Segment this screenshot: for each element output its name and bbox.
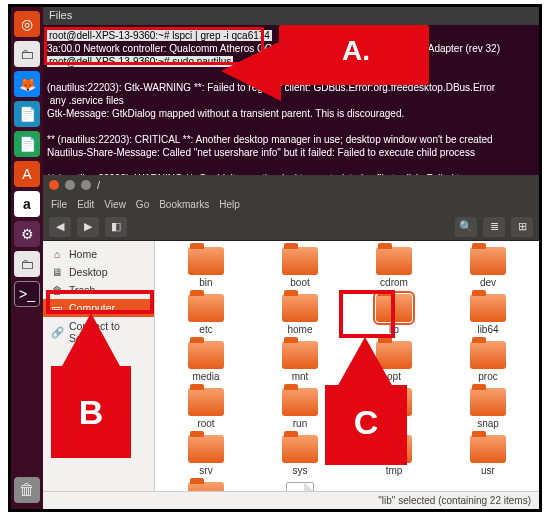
file-item-srv[interactable]: srv bbox=[161, 435, 251, 476]
callout-arrow-c: C bbox=[311, 337, 421, 477]
menubar-title: Files bbox=[49, 9, 72, 21]
file-label: etc bbox=[199, 324, 212, 335]
file-item-proc[interactable]: proc bbox=[443, 341, 533, 382]
menu-help[interactable]: Help bbox=[219, 199, 240, 210]
folder-icon bbox=[470, 388, 506, 416]
path-button[interactable]: ◧ bbox=[105, 217, 127, 237]
nautilus-toolbar: ◀ ▶ ◧ 🔍 ≣ ⊞ bbox=[43, 213, 539, 241]
document-icon[interactable]: 📄 bbox=[14, 101, 40, 127]
folder-icon bbox=[188, 294, 224, 322]
terminal-line: Nautilus-Share-Message: Called "net user… bbox=[47, 146, 535, 159]
software-icon[interactable]: A bbox=[14, 161, 40, 187]
file-item-media[interactable]: media bbox=[161, 341, 251, 382]
file-item-home[interactable]: home bbox=[255, 294, 345, 335]
view-grid-button[interactable]: ⊞ bbox=[511, 217, 533, 237]
file-label: bin bbox=[199, 277, 212, 288]
unity-launcher: ◎🗀🦊📄📄Aa⚙🗀>_🗑 bbox=[11, 7, 43, 509]
nautilus-statusbar: "lib" selected (containing 22 items) bbox=[43, 491, 539, 509]
view-list-button[interactable]: ≣ bbox=[483, 217, 505, 237]
ubuntu-dash-icon[interactable]: ◎ bbox=[14, 11, 40, 37]
callout-label-b: B bbox=[51, 393, 131, 432]
callout-arrow-b: B bbox=[41, 313, 141, 473]
terminal-line: ** (nautilus:22203): CRITICAL **: Anothe… bbox=[47, 133, 535, 146]
file-item-usr[interactable]: usr bbox=[443, 435, 533, 476]
search-button[interactable]: 🔍 bbox=[455, 217, 477, 237]
amazon-icon[interactable]: a bbox=[14, 191, 40, 217]
maximize-icon[interactable] bbox=[81, 180, 91, 190]
terminal-line: any .service files bbox=[47, 94, 535, 107]
callout-box-b bbox=[46, 290, 154, 314]
callout-box-c bbox=[339, 290, 395, 338]
file-label: usr bbox=[481, 465, 495, 476]
terminal-line bbox=[47, 159, 535, 172]
folder-icon bbox=[470, 435, 506, 463]
back-button[interactable]: ◀ bbox=[49, 217, 71, 237]
files-icon[interactable]: 🗀 bbox=[14, 41, 40, 67]
file-label: media bbox=[192, 371, 219, 382]
sidebar-item-desktop[interactable]: 🖥Desktop bbox=[43, 263, 154, 281]
terminal-line bbox=[47, 120, 535, 133]
file-label: run bbox=[293, 418, 307, 429]
file-label: mnt bbox=[292, 371, 309, 382]
file-label: cdrom bbox=[380, 277, 408, 288]
file-item-root[interactable]: root bbox=[161, 388, 251, 429]
folder-icon bbox=[470, 247, 506, 275]
sidebar-label: Home bbox=[69, 248, 97, 260]
terminal-line: Gtk-Message: GtkDialog mapped without a … bbox=[47, 107, 535, 120]
file-item-dev[interactable]: dev bbox=[443, 247, 533, 288]
trash-icon[interactable]: 🗑 bbox=[14, 477, 40, 503]
status-text: "lib" selected (containing 22 items) bbox=[378, 495, 531, 506]
folder-icon bbox=[282, 247, 318, 275]
file-item-etc[interactable]: etc bbox=[161, 294, 251, 335]
sidebar-icon: 🖥 bbox=[51, 266, 63, 278]
menu-view[interactable]: View bbox=[104, 199, 126, 210]
menu-go[interactable]: Go bbox=[136, 199, 149, 210]
folder-icon bbox=[376, 247, 412, 275]
file-label: home bbox=[287, 324, 312, 335]
file-item-snap[interactable]: snap bbox=[443, 388, 533, 429]
nautilus-menubar: FileEditViewGoBookmarksHelp bbox=[43, 195, 539, 213]
file-label: boot bbox=[290, 277, 309, 288]
minimize-icon[interactable] bbox=[65, 180, 75, 190]
files2-icon[interactable]: 🗀 bbox=[14, 251, 40, 277]
folder-icon bbox=[188, 247, 224, 275]
folder-icon bbox=[470, 341, 506, 369]
sidebar-item-home[interactable]: ⌂Home bbox=[43, 245, 154, 263]
settings-icon[interactable]: ⚙ bbox=[14, 221, 40, 247]
nautilus-title-path: / bbox=[97, 179, 100, 191]
menu-bookmarks[interactable]: Bookmarks bbox=[159, 199, 209, 210]
file-item-initrd.img[interactable]: initrd.img bbox=[255, 482, 345, 491]
file-label: dev bbox=[480, 277, 496, 288]
close-icon[interactable] bbox=[49, 180, 59, 190]
file-item-cdrom[interactable]: cdrom bbox=[349, 247, 439, 288]
file-item-var[interactable]: var bbox=[161, 482, 251, 491]
sidebar-icon: ⌂ bbox=[51, 248, 63, 260]
sidebar-label: Desktop bbox=[69, 266, 108, 278]
file-icon bbox=[286, 482, 314, 491]
callout-arrow-a: A. bbox=[221, 13, 431, 93]
forward-button[interactable]: ▶ bbox=[77, 217, 99, 237]
folder-icon bbox=[188, 482, 224, 491]
folder-icon bbox=[188, 435, 224, 463]
menu-file[interactable]: File bbox=[51, 199, 67, 210]
folder-icon bbox=[470, 294, 506, 322]
callout-label-c: C bbox=[325, 403, 407, 442]
file-label: sys bbox=[293, 465, 308, 476]
file-label: snap bbox=[477, 418, 499, 429]
menu-edit[interactable]: Edit bbox=[77, 199, 94, 210]
file-item-bin[interactable]: bin bbox=[161, 247, 251, 288]
file-label: srv bbox=[199, 465, 212, 476]
file-label: proc bbox=[478, 371, 497, 382]
file-item-boot[interactable]: boot bbox=[255, 247, 345, 288]
file-label: lib64 bbox=[477, 324, 498, 335]
callout-label-a: A. bbox=[316, 35, 396, 67]
firefox-icon[interactable]: 🦊 bbox=[14, 71, 40, 97]
folder-icon bbox=[188, 341, 224, 369]
document2-icon[interactable]: 📄 bbox=[14, 131, 40, 157]
nautilus-titlebar: / bbox=[43, 175, 539, 195]
terminal-icon[interactable]: >_ bbox=[14, 281, 40, 307]
file-label: root bbox=[197, 418, 214, 429]
file-item-lib64[interactable]: lib64 bbox=[443, 294, 533, 335]
folder-icon bbox=[188, 388, 224, 416]
folder-icon bbox=[282, 294, 318, 322]
